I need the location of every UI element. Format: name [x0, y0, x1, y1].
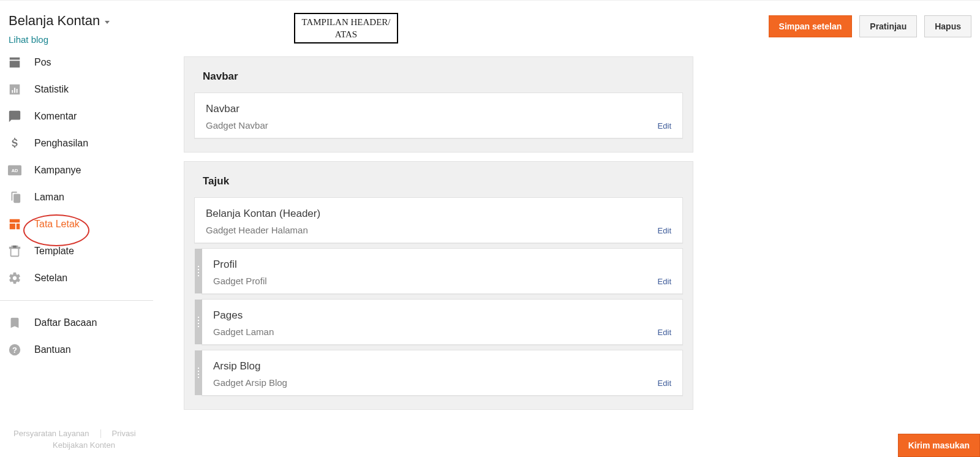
blog-selector[interactable]: Belanja Kontan	[9, 13, 110, 29]
section-title: Tajuk	[184, 162, 693, 197]
gadget-subtitle: Gadget Arsip Blog	[213, 377, 671, 388]
delete-button[interactable]: Hapus	[924, 15, 971, 37]
sidebar-item-label: Template	[34, 246, 74, 257]
sidebar-item-penghasilan[interactable]: Penghasilan	[0, 130, 160, 157]
sidebar-item-label: Bantuan	[34, 344, 71, 355]
gadget-title: Navbar	[206, 103, 671, 115]
section-title: Navbar	[184, 57, 693, 93]
gadget-title: Pages	[213, 309, 671, 322]
sidebar-item-daftar-bacaan[interactable]: Daftar Bacaan	[0, 309, 160, 336]
edit-link[interactable]: Edit	[658, 226, 671, 235]
comment-icon	[7, 109, 22, 124]
sidebar-item-label: Penghasilan	[34, 138, 88, 149]
pages-icon	[7, 190, 22, 205]
layout-editor: Navbar Navbar Gadget Navbar Edit Tajuk B…	[184, 56, 693, 418]
drag-handle-icon[interactable]	[195, 350, 202, 395]
gadget-pages[interactable]: Pages Gadget Laman Edit	[202, 299, 683, 345]
sidebar-item-kampanye[interactable]: AD Kampanye	[0, 157, 160, 184]
gadget-subtitle: Gadget Navbar	[206, 120, 671, 130]
gear-icon	[7, 271, 22, 285]
sidebar-item-label: Setelan	[34, 273, 67, 284]
footer-links: Persyaratan Layanan Privasi Kebijakan Ko…	[13, 429, 154, 450]
template-icon	[7, 244, 22, 259]
gadget-arsip-blog[interactable]: Arsip Blog Gadget Arsip Blog Edit	[202, 350, 683, 396]
footer-sep	[100, 429, 101, 438]
sidebar-item-laman[interactable]: Laman	[0, 184, 160, 211]
save-button[interactable]: Simpan setelan	[769, 15, 853, 37]
edit-link[interactable]: Edit	[658, 277, 671, 286]
sidebar-item-label: Daftar Bacaan	[34, 317, 97, 328]
sidebar-item-label: Laman	[34, 192, 64, 203]
gadget-header[interactable]: Belanja Kontan (Header) Gadget Header Ha…	[194, 197, 683, 243]
drag-handle-icon[interactable]	[195, 300, 202, 344]
svg-text:AD: AD	[12, 168, 18, 173]
ad-icon: AD	[7, 163, 22, 178]
sidebar-item-label: Pos	[34, 57, 51, 68]
annotation-header-box: TAMPILAN HEADER/ ATAS	[294, 13, 398, 43]
sidebar-item-komentar[interactable]: Komentar	[0, 103, 160, 130]
sidebar: Pos Statistik Komentar Penghasilan AD Ka…	[0, 49, 160, 363]
gadget-subtitle: Gadget Laman	[213, 327, 671, 337]
topbar: Belanja Kontan Lihat blog TAMPILAN HEADE…	[0, 0, 980, 44]
gadget-title: Belanja Kontan (Header)	[206, 208, 671, 220]
sidebar-separator	[0, 300, 153, 301]
feedback-button[interactable]: Kirim masukan	[898, 434, 980, 457]
blog-title: Belanja Kontan	[9, 13, 100, 29]
post-icon	[7, 55, 22, 70]
sidebar-item-template[interactable]: Template	[0, 238, 160, 265]
footer-content-policy-link[interactable]: Kebijakan Konten	[53, 440, 115, 450]
sidebar-item-statistik[interactable]: Statistik	[0, 76, 160, 103]
sidebar-item-label: Statistik	[34, 84, 69, 95]
gadget-title: Profil	[213, 259, 671, 271]
sidebar-item-tata-letak[interactable]: Tata Letak	[0, 211, 160, 238]
drag-handle-icon[interactable]	[195, 249, 202, 293]
layout-section-tajuk: Tajuk Belanja Kontan (Header) Gadget Hea…	[184, 161, 693, 410]
layout-icon	[7, 217, 22, 232]
footer-privacy-link[interactable]: Privasi	[112, 429, 136, 438]
help-icon: ?	[7, 342, 22, 357]
svg-text:?: ?	[12, 346, 17, 355]
sidebar-item-label: Kampanye	[34, 165, 81, 176]
sidebar-item-label: Komentar	[34, 111, 77, 122]
gadget-navbar[interactable]: Navbar Gadget Navbar Edit	[194, 93, 683, 138]
bookmark-icon	[7, 315, 22, 330]
caret-down-icon	[105, 21, 110, 24]
dollar-icon	[7, 136, 22, 151]
gadget-subtitle: Gadget Header Halaman	[206, 225, 671, 235]
sidebar-item-setelan[interactable]: Setelan	[0, 265, 160, 292]
stats-icon	[7, 82, 22, 97]
edit-link[interactable]: Edit	[658, 121, 671, 130]
footer-terms-link[interactable]: Persyaratan Layanan	[13, 429, 89, 438]
gadget-profil[interactable]: Profil Gadget Profil Edit	[202, 248, 683, 294]
edit-link[interactable]: Edit	[658, 379, 671, 388]
layout-section-navbar: Navbar Navbar Gadget Navbar Edit	[184, 56, 693, 153]
edit-link[interactable]: Edit	[658, 328, 671, 337]
preview-button[interactable]: Pratinjau	[859, 15, 917, 37]
gadget-subtitle: Gadget Profil	[213, 276, 671, 286]
gadget-title: Arsip Blog	[213, 360, 671, 372]
view-blog-link[interactable]: Lihat blog	[9, 34, 48, 45]
sidebar-item-bantuan[interactable]: ? Bantuan	[0, 336, 160, 363]
top-actions: Simpan setelan Pratinjau Hapus	[769, 15, 971, 37]
sidebar-item-pos[interactable]: Pos	[0, 49, 160, 76]
sidebar-item-label: Tata Letak	[34, 219, 80, 230]
